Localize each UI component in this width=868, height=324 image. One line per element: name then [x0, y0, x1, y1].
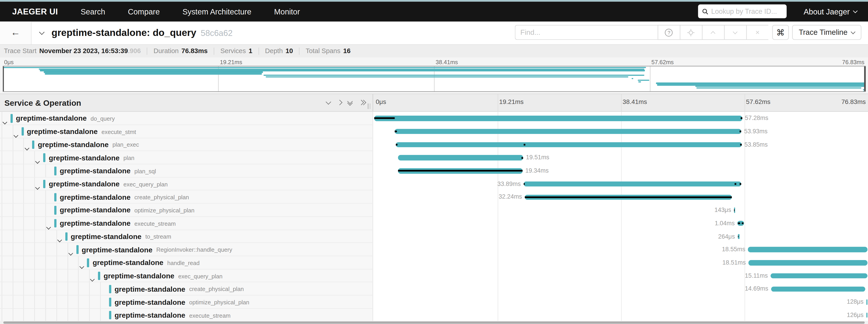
- find-input[interactable]: Find...: [515, 25, 657, 40]
- trace-collapse-toggle[interactable]: [40, 31, 43, 35]
- tree-guide-line: [34, 191, 35, 203]
- span-bar[interactable]: [748, 247, 867, 252]
- summary-label: Services: [220, 47, 246, 55]
- find-clear-button[interactable]: ×: [746, 25, 768, 40]
- span-name[interactable]: greptime-standaloneoptimize_physical_pla…: [115, 295, 249, 309]
- span-row: greptime-standalonehandle_read18.51ms: [0, 256, 868, 269]
- span-row: greptime-standaloneoptimize_physical_pla…: [0, 204, 868, 217]
- chevron-down-icon: [850, 29, 855, 34]
- nav-item-search[interactable]: Search: [81, 7, 105, 16]
- span-bar[interactable]: [374, 116, 742, 121]
- span-duration-label: 1.04ms: [715, 217, 735, 230]
- span-duration-label: 126μs: [847, 309, 864, 322]
- critical-path-segment: [738, 223, 740, 224]
- tree-guide-line: [24, 151, 24, 164]
- span-operation-name: to_stream: [145, 233, 171, 240]
- tree-guide-line: [12, 125, 13, 138]
- span-name[interactable]: greptime-standaloneplan_sql: [60, 164, 156, 177]
- span-name[interactable]: greptime-standaloneplan: [49, 151, 134, 164]
- span-bar[interactable]: [866, 313, 867, 318]
- span-service-name: greptime-standalone: [115, 285, 185, 293]
- about-jaeger-menu[interactable]: About Jaeger: [804, 7, 857, 16]
- jaeger-logo[interactable]: JAEGER UI: [12, 7, 58, 16]
- span-operation-name: optimize_physical_plan: [134, 207, 194, 214]
- span-name[interactable]: greptime-standaloneexec_query_plan: [103, 269, 222, 283]
- span-operation-name: create_physical_plan: [134, 194, 189, 200]
- find-help-button[interactable]: ?: [657, 25, 680, 40]
- span-bar[interactable]: [395, 129, 741, 134]
- lookup-placeholder: Lookup by Trace ID...: [711, 7, 777, 15]
- find-placeholder: Find...: [520, 29, 540, 37]
- span-duration-label: 14.69ms: [745, 283, 768, 295]
- tree-guide-line: [2, 125, 2, 138]
- timeline-tick-label: 38.41ms: [622, 98, 647, 105]
- trace-lookup-input[interactable]: Lookup by Trace ID...: [698, 4, 786, 18]
- minimap-span-line: [696, 88, 862, 89]
- tree-guide-line: [34, 243, 35, 256]
- tree-guide-line: [67, 295, 68, 309]
- minimap-canvas[interactable]: [2, 66, 866, 92]
- tree-guide-line: [34, 283, 35, 295]
- span-bar[interactable]: [748, 260, 867, 265]
- span-bar[interactable]: [398, 155, 523, 160]
- minimap-ruler: 0μs19.21ms38.41ms57.62ms76.83ms: [2, 58, 866, 66]
- tree-guide-line: [56, 230, 57, 243]
- minimap-left-handle[interactable]: [2, 66, 4, 91]
- tree-guide-line: [2, 204, 2, 217]
- span-name[interactable]: greptime-standalonehandle_read: [93, 256, 199, 269]
- tree-guide-line: [2, 295, 2, 309]
- span-operation-name: execute_stream: [189, 312, 230, 319]
- nav-item-compare[interactable]: Compare: [128, 7, 160, 16]
- critical-path-segment: [740, 183, 741, 185]
- service-color-bar: [21, 127, 24, 136]
- minimap-gap: [0, 92, 868, 94]
- minimap-span-line: [44, 72, 263, 73]
- span-name[interactable]: greptime-standaloneexecute_stmt: [27, 125, 136, 138]
- span-name[interactable]: greptime-standaloneoptimize_physical_pla…: [60, 204, 194, 217]
- span-name[interactable]: greptime-standalonedo_query: [16, 112, 115, 125]
- tree-guide-line: [2, 243, 2, 256]
- span-bar[interactable]: [524, 182, 741, 187]
- span-bar[interactable]: [771, 273, 868, 279]
- span-bar[interactable]: [866, 300, 867, 305]
- span-name[interactable]: greptime-standaloneexec_query_plan: [49, 177, 168, 191]
- back-button[interactable]: ←: [0, 22, 32, 44]
- scrollbar-thumb[interactable]: [3, 321, 864, 324]
- span-duration-label: 53.85ms: [744, 138, 768, 151]
- tree-guide-line: [24, 217, 24, 230]
- critical-path-segment: [734, 209, 735, 211]
- span-operation-name: execute_stmt: [101, 128, 136, 135]
- keyboard-shortcuts-button[interactable]: ⌘: [772, 25, 789, 40]
- view-selector-button[interactable]: Trace Timeline: [792, 25, 861, 40]
- span-name[interactable]: greptime-standaloneto_stream: [71, 230, 171, 243]
- critical-path-segment: [741, 118, 742, 119]
- tree-guide-line: [45, 164, 46, 177]
- find-locate-button[interactable]: [680, 25, 702, 40]
- span-name[interactable]: greptime-standaloneRegionInvoker::handle…: [82, 243, 232, 256]
- span-service-name: greptime-standalone: [93, 259, 163, 267]
- tree-guide-line: [78, 269, 79, 283]
- critical-path-segment: [742, 223, 743, 224]
- span-name[interactable]: greptime-standalonecreate_physical_plan: [60, 191, 189, 203]
- nav-item-monitor[interactable]: Monitor: [274, 7, 300, 16]
- minimap-right-handle[interactable]: [864, 66, 866, 91]
- span-name[interactable]: greptime-standaloneexecute_stream: [115, 309, 230, 322]
- span-name[interactable]: greptime-standalonecreate_physical_plan: [115, 283, 244, 295]
- chevron-down-icon: [853, 8, 858, 13]
- chevron-down-icon: [39, 29, 44, 35]
- nav-item-system-architecture[interactable]: System Architecture: [182, 7, 251, 16]
- summary-separator: [299, 47, 300, 55]
- span-bar[interactable]: [771, 287, 866, 292]
- nav-right: Lookup by Trace ID... About Jaeger: [698, 4, 868, 18]
- tree-guide-line: [2, 309, 2, 322]
- find-next-button[interactable]: [724, 25, 746, 40]
- tree-guide-line: [45, 230, 46, 243]
- span-row: greptime-standaloneplan_exec53.85ms: [0, 138, 868, 151]
- span-bar[interactable]: [396, 142, 742, 147]
- find-prev-button[interactable]: [702, 25, 724, 40]
- span-name[interactable]: greptime-standaloneexecute_stream: [60, 217, 176, 230]
- tree-guide-line: [24, 243, 24, 256]
- span-operation-name: handle_read: [167, 259, 199, 266]
- trace-id: 58c6a62: [201, 28, 232, 37]
- span-name[interactable]: greptime-standaloneplan_exec: [38, 138, 139, 151]
